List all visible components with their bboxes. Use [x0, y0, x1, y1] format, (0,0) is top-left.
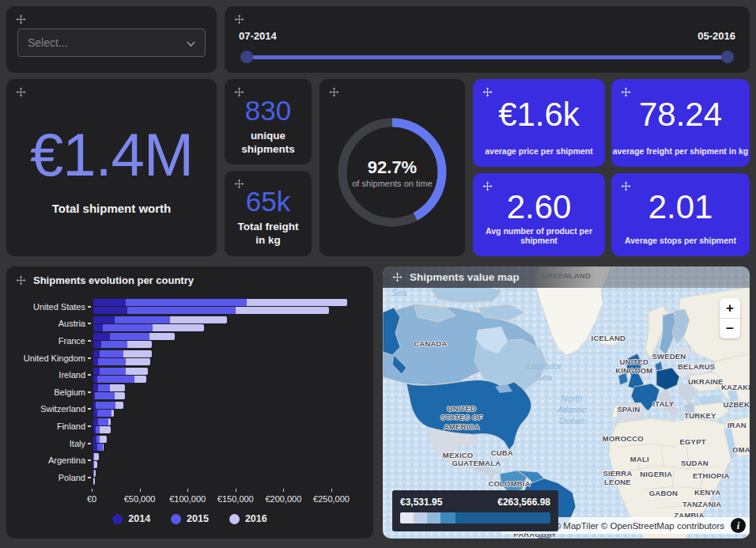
on-time-gauge-card: 92.7% of shipments on time	[319, 79, 465, 256]
range-start-label: 07-2014	[239, 30, 277, 42]
on-time-value: 92.7%	[368, 157, 417, 178]
avg-stops-value: 2.01	[648, 188, 713, 226]
map-country-label: UNITED STATES OF AMERICA	[440, 404, 483, 431]
y-tick	[88, 357, 91, 359]
stacked-bar	[93, 376, 148, 383]
range-end-label: 05-2016	[697, 30, 735, 42]
drag-handle-icon[interactable]	[392, 272, 403, 282]
map-country-label: ETHIOPIA	[693, 471, 729, 480]
map-country-label: SIERRA LEONE	[603, 468, 632, 486]
stacked-bar	[93, 341, 175, 348]
map-country-label: OMAN	[732, 445, 750, 454]
drag-handle-icon[interactable]	[16, 14, 26, 25]
on-time-label: of shipments on time	[352, 179, 433, 188]
legend-gradient-step	[455, 512, 550, 523]
y-tick	[88, 459, 91, 461]
chevron-down-icon	[187, 36, 195, 49]
info-icon[interactable]: i	[731, 518, 746, 533]
drag-handle-icon[interactable]	[16, 275, 26, 285]
country-label: Argentina	[14, 455, 85, 465]
legend-gradient-step	[414, 512, 427, 523]
legend-item[interactable]: 2014	[112, 513, 150, 524]
bar-group: Belgium	[14, 384, 370, 401]
unique-shipments-label: unique shipments	[236, 130, 300, 157]
map-color-legend: €3,531.95 €263,566.98	[392, 490, 558, 531]
map-country-label: SWEDEN	[652, 352, 686, 361]
avg-price-value: €1.6k	[498, 96, 580, 134]
unique-shipments-card: 830 unique shipments	[225, 79, 312, 164]
legend-item[interactable]: 2015	[171, 513, 209, 524]
country-select[interactable]: Select...	[17, 28, 206, 57]
map-country-label: EGYPT	[679, 437, 705, 446]
bar-group: France	[14, 332, 370, 350]
bar-group: Argentina	[14, 452, 370, 469]
x-tick-mark	[140, 489, 141, 492]
shipments-map-card: GREENLANDICELANDSWEDENCANADAUNITED KINGD…	[383, 266, 750, 539]
x-tick-mark	[187, 489, 188, 492]
avg-price-card: €1.6k average price per shipment	[473, 79, 605, 167]
avg-products-label: Avg number of product per shipment	[473, 226, 605, 245]
map-country-label: COLOMBIA	[488, 479, 530, 488]
map-country-label: CANADA	[414, 339, 447, 348]
y-tick	[88, 391, 91, 393]
filter-card: Select...	[6, 6, 217, 73]
drag-handle-icon[interactable]	[234, 14, 244, 25]
country-label: Switzerland	[14, 404, 85, 414]
legend-gradient-step	[400, 512, 414, 523]
y-tick	[88, 323, 91, 324]
legend-item[interactable]: 2016	[229, 513, 267, 524]
y-tick	[88, 443, 91, 444]
map-country-label: NIGERIA	[640, 470, 672, 478]
chart-title: Shipments evolution per country	[33, 274, 194, 286]
stacked-bar	[93, 358, 152, 365]
total-worth-card: €1.4M Total shipment worth	[6, 79, 217, 256]
country-label: Italy	[14, 439, 85, 448]
stacked-bar	[93, 436, 107, 443]
map-country-label: SPAIN	[617, 405, 640, 414]
shipments-chart-card: Shipments evolution per country United S…	[6, 266, 373, 539]
unique-shipments-value: 830	[245, 95, 291, 127]
stacked-bar	[93, 410, 123, 417]
stacked-bar	[93, 368, 148, 375]
total-freight-card: 65k Total freight in kg	[225, 171, 312, 256]
map-country-label: TANZANIA	[682, 500, 721, 508]
stacked-bar	[93, 478, 96, 485]
x-axis: €0€50,000€100,000€150,000€200,000€250,00…	[14, 489, 370, 512]
bar-group: Poland	[14, 469, 370, 486]
y-tick	[88, 408, 91, 410]
legend-label: 2015	[187, 513, 209, 524]
bar-group: Ireland	[14, 366, 370, 384]
date-range-slider[interactable]	[244, 51, 731, 63]
slider-track[interactable]	[244, 55, 731, 59]
slider-handle-start[interactable]	[240, 51, 253, 63]
y-tick	[88, 425, 91, 427]
legend-dot	[229, 514, 240, 524]
map-country-label: MALI	[630, 455, 649, 464]
stacked-bar	[93, 426, 111, 433]
stacked-bar	[93, 307, 347, 314]
y-tick	[88, 477, 91, 478]
legend-gradient-step	[440, 512, 455, 523]
zoom-in-button[interactable]: +	[720, 298, 740, 318]
date-range-card: 07-2014 05-2016	[225, 6, 750, 73]
y-tick	[88, 306, 91, 308]
country-label: Finland	[14, 421, 85, 431]
x-tick-label: €150,000	[217, 494, 254, 504]
country-label: Austria	[14, 319, 85, 328]
map-country-label: KENYA	[694, 488, 720, 497]
stacked-bar	[93, 402, 123, 409]
slider-handle-end[interactable]	[721, 51, 734, 63]
country-label: United States	[14, 302, 85, 312]
zoom-out-button[interactable]: −	[720, 319, 740, 338]
map-zoom-control: + −	[720, 298, 740, 338]
x-tick-label: €200,000	[265, 494, 301, 504]
map-country-label: UNITED KINGDOM	[615, 357, 652, 375]
legend-dot	[112, 514, 123, 524]
chart-legend: 201420152016	[6, 513, 373, 524]
dashboard: Select... 07-2014 05-2016 €1.4M Total sh…	[0, 0, 756, 548]
country-label: United Kingdom	[14, 353, 85, 363]
x-tick-mark	[283, 489, 284, 492]
drag-handle-icon[interactable]	[329, 87, 339, 97]
map-sea-label: Labrador Sea	[527, 361, 561, 384]
avg-stops-card: 2.01 Average stops per shipment	[611, 173, 750, 256]
